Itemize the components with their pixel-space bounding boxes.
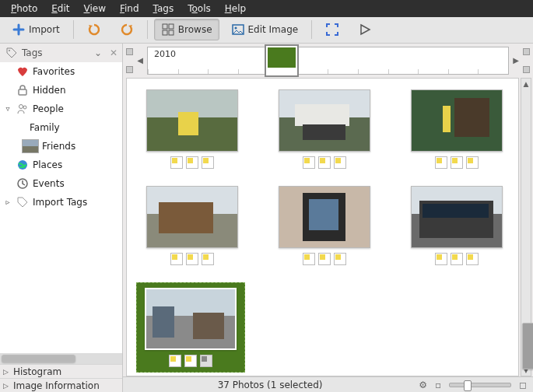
tag-people[interactable]: ▿ People xyxy=(0,100,122,118)
photo-cell[interactable] xyxy=(275,186,374,265)
zoom-out-icon[interactable]: ▫ xyxy=(435,380,441,390)
menu-find[interactable]: Find xyxy=(114,2,146,16)
status-text: 37 Photos (1 selected) xyxy=(218,380,323,390)
section-image-information[interactable]: ▷ Image Information xyxy=(0,378,122,392)
slider-knob[interactable] xyxy=(464,380,472,391)
photo-cell[interactable] xyxy=(275,89,374,169)
expand-icon: ▷ xyxy=(3,368,9,376)
expand-icon: ▷ xyxy=(3,382,9,390)
toolbar: Import Browse Edit Image xyxy=(0,17,533,44)
flag-icon[interactable] xyxy=(318,156,331,169)
svg-rect-7 xyxy=(19,89,26,95)
scroll-up-icon[interactable]: ▲ xyxy=(521,79,531,89)
menu-tools[interactable]: Tools xyxy=(181,2,217,16)
browse-button[interactable]: Browse xyxy=(154,19,219,40)
flag-icon[interactable] xyxy=(466,156,479,169)
main-pane: ◀ 2010 ▶ xyxy=(123,44,533,392)
tag-friends[interactable]: Friends xyxy=(0,137,122,156)
flag-icon[interactable] xyxy=(200,355,212,367)
timeline-prev[interactable]: ◀ xyxy=(135,55,146,66)
edit-image-button[interactable]: Edit Image xyxy=(224,19,306,40)
timeline-track[interactable]: 2010 xyxy=(147,47,509,75)
expand-icon[interactable]: ▹ xyxy=(3,198,12,206)
separator xyxy=(73,20,74,39)
timeline-marker[interactable] xyxy=(265,44,299,77)
svg-point-9 xyxy=(23,106,26,109)
photo-thumbnail xyxy=(279,186,370,248)
scroll-thumb[interactable] xyxy=(522,323,533,369)
lock-icon xyxy=(16,83,30,97)
flag-icon[interactable] xyxy=(451,253,463,265)
status-bar: 37 Photos (1 selected) ⚙ ▫ ◻ xyxy=(123,376,533,392)
fullscreen-button[interactable] xyxy=(318,19,346,40)
flag-icon[interactable] xyxy=(435,253,447,265)
browse-label: Browse xyxy=(178,24,212,35)
flag-icon[interactable] xyxy=(184,355,197,367)
timeline-year: 2010 xyxy=(154,49,176,59)
flag-icon[interactable] xyxy=(170,156,183,169)
photo-cell[interactable] xyxy=(142,89,242,169)
flag-icon[interactable] xyxy=(202,156,214,169)
flag-icon[interactable] xyxy=(202,253,214,265)
zoom-in-icon[interactable]: ◻ xyxy=(519,380,527,390)
menu-tags[interactable]: Tags xyxy=(147,2,181,16)
thumbnail-grid xyxy=(126,78,519,376)
photo-cell[interactable] xyxy=(407,186,507,265)
tag-icon xyxy=(5,46,19,60)
menu-photo[interactable]: Photo xyxy=(5,2,44,16)
collapse-icon[interactable]: ▿ xyxy=(3,104,12,113)
svg-point-8 xyxy=(19,104,23,108)
close-icon[interactable]: ✕ xyxy=(110,47,117,58)
tag-flags xyxy=(169,355,212,367)
flag-icon[interactable] xyxy=(169,355,181,367)
slideshow-button[interactable] xyxy=(351,19,379,40)
tag-import-tags[interactable]: ▹ Import Tags xyxy=(0,193,122,212)
sidebar-hscroll[interactable] xyxy=(0,353,122,364)
photo-thumbnail xyxy=(145,288,237,350)
tag-places[interactable]: Places xyxy=(0,156,122,174)
photo-cell[interactable] xyxy=(142,186,242,265)
range-handle-bottom-left[interactable] xyxy=(126,66,133,73)
flag-icon[interactable] xyxy=(466,253,479,265)
rotate-left-button[interactable] xyxy=(80,19,108,40)
flag-icon[interactable] xyxy=(303,253,315,265)
sidebar-title: Tags xyxy=(22,47,43,58)
menu-help[interactable]: Help xyxy=(219,2,252,16)
globe-icon xyxy=(16,158,30,172)
settings-icon[interactable]: ⚙ xyxy=(419,380,427,390)
menu-view[interactable]: View xyxy=(78,2,112,16)
flag-icon[interactable] xyxy=(186,253,198,265)
tag-hidden[interactable]: Hidden xyxy=(0,81,122,100)
plus-icon xyxy=(12,23,26,37)
tag-events[interactable]: Events xyxy=(0,174,122,193)
photo-cell-selected[interactable] xyxy=(136,282,245,373)
heart-icon xyxy=(16,65,30,79)
rotate-right-button[interactable] xyxy=(113,19,141,40)
timeline-next[interactable]: ▶ xyxy=(510,55,521,66)
flag-icon[interactable] xyxy=(334,253,346,265)
gallery-vscroll[interactable]: ▲ ▼ xyxy=(521,78,531,376)
flag-icon[interactable] xyxy=(451,156,463,169)
range-handle-bottom-right[interactable] xyxy=(523,66,530,73)
menu-edit[interactable]: Edit xyxy=(45,2,75,16)
section-histogram[interactable]: ▷ Histogram xyxy=(0,364,122,378)
tag-family[interactable]: Family xyxy=(0,118,122,137)
zoom-slider[interactable] xyxy=(449,383,511,387)
flag-icon[interactable] xyxy=(435,156,447,169)
sidebar-header: Tags ⌄ ✕ xyxy=(0,44,122,62)
svg-rect-0 xyxy=(163,24,167,29)
chevron-down-icon[interactable]: ⌄ xyxy=(94,47,102,58)
photo-cell[interactable] xyxy=(407,89,507,169)
tag-flags xyxy=(170,156,214,169)
range-handle-top-left[interactable] xyxy=(126,48,133,55)
tag-favorites[interactable]: Favorites xyxy=(0,62,122,81)
import-button[interactable]: Import xyxy=(5,19,67,40)
grid-icon xyxy=(161,23,175,37)
flag-icon[interactable] xyxy=(186,156,198,169)
tag-tree: Favorites Hidden ▿ People Family Friends xyxy=(0,62,122,353)
flag-icon[interactable] xyxy=(334,156,346,169)
flag-icon[interactable] xyxy=(170,253,183,265)
flag-icon[interactable] xyxy=(318,253,331,265)
flag-icon[interactable] xyxy=(303,156,315,169)
range-handle-top-right[interactable] xyxy=(523,48,530,55)
